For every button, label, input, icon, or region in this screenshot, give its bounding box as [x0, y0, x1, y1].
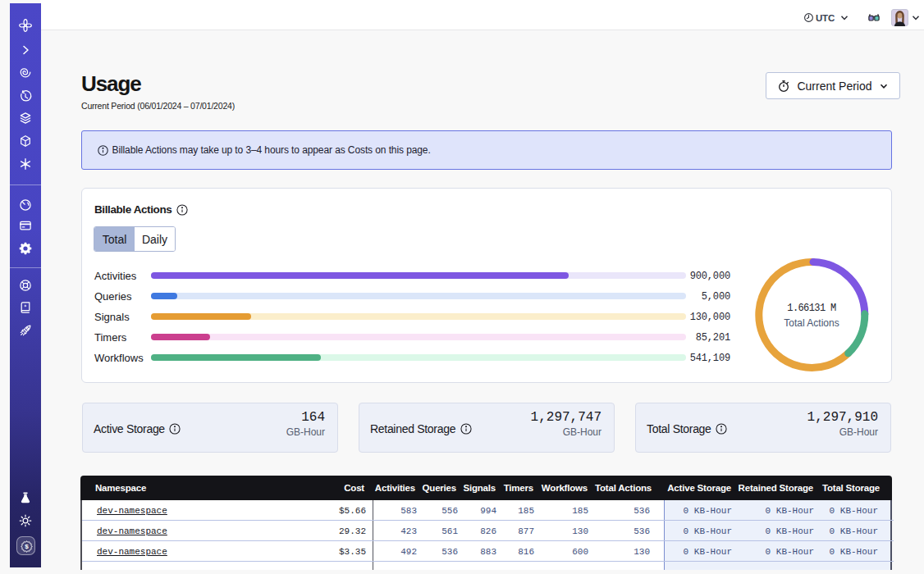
- svg-text:$: $: [25, 543, 29, 550]
